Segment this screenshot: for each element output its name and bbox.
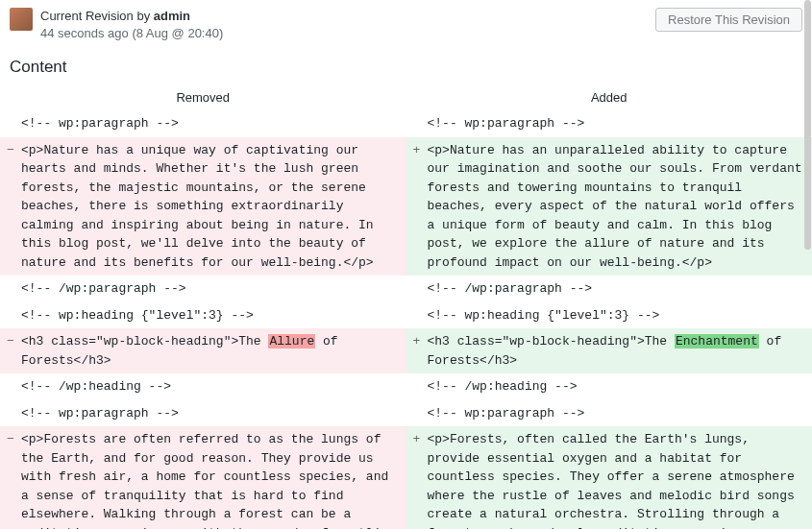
diff-right: <!-- /wp:paragraph -->: [406, 276, 813, 302]
diff-gutter-left: [4, 114, 17, 133]
diff-body-left: <p>Nature has a unique way of captivatin…: [17, 141, 399, 273]
diff-left: <!-- wp:paragraph -->: [0, 400, 406, 427]
diff-table: <!-- wp:paragraph --><!-- wp:paragraph -…: [0, 110, 812, 529]
diff-gutter-right: [410, 279, 424, 299]
diff-body-right: <p>Forests, often called the Earth's lun…: [424, 430, 805, 529]
revision-header: Current Revision by admin 44 seconds ago…: [0, 0, 812, 48]
diff-right: +<p>Forests, often called the Earth's lu…: [406, 426, 813, 529]
diff-left: −<p>Nature has a unique way of captivati…: [0, 137, 406, 277]
diff-body-left: <!-- wp:paragraph -->: [17, 114, 399, 133]
diff-row: <!-- wp:heading {"level":3} --><!-- wp:h…: [0, 302, 812, 329]
diff-left: −<h3 class="wp-block-heading">The Allure…: [0, 328, 406, 373]
diff-row: −<p>Forests are often referred to as the…: [0, 426, 812, 529]
diff-left: −<p>Forests are often referred to as the…: [0, 426, 406, 529]
diff-gutter-left: [4, 279, 17, 299]
diff-body-left: <!-- /wp:paragraph -->: [17, 279, 399, 299]
avatar: [10, 8, 33, 31]
removed-column-header: Removed: [0, 90, 406, 105]
diff-gutter-right: +: [410, 332, 424, 370]
diff-right: +<h3 class="wp-block-heading">The Enchan…: [406, 328, 813, 373]
revision-title: Current Revision by admin: [40, 8, 655, 25]
diff-right: <!-- wp:heading {"level":3} -->: [406, 302, 813, 329]
diff-body-right: <h3 class="wp-block-heading">The Enchant…: [424, 332, 805, 370]
diff-right: <!-- wp:paragraph -->: [406, 110, 813, 137]
inline-addition: Enchantment: [675, 334, 759, 349]
diff-body-left: <!-- /wp:heading -->: [17, 377, 399, 397]
scrollbar[interactable]: [804, 0, 811, 250]
diff-row: −<h3 class="wp-block-heading">The Allure…: [0, 328, 812, 373]
diff-right: <!-- wp:paragraph -->: [406, 400, 813, 427]
diff-gutter-left: [4, 306, 17, 325]
diff-body-left: <!-- wp:heading {"level":3} -->: [17, 306, 399, 325]
added-column-header: Added: [406, 90, 813, 105]
diff-body-left: <p>Forests are often referred to as the …: [17, 430, 399, 529]
diff-gutter-right: [410, 114, 424, 133]
diff-right: <!-- /wp:heading -->: [406, 373, 813, 400]
diff-gutter-right: [410, 404, 424, 423]
diff-gutter-left: [4, 377, 17, 397]
diff-columns-header: Removed Added: [0, 81, 812, 110]
diff-gutter-right: +: [410, 141, 424, 273]
diff-gutter-left: [4, 404, 17, 423]
diff-row: −<p>Nature has a unique way of captivati…: [0, 137, 812, 277]
diff-row: <!-- /wp:heading --><!-- /wp:heading -->: [0, 373, 812, 400]
diff-right: +<p>Nature has an unparalleled ability t…: [406, 137, 813, 277]
diff-left: <!-- wp:heading {"level":3} -->: [0, 302, 406, 329]
diff-body-right: <!-- wp:heading {"level":3} -->: [424, 306, 805, 325]
diff-body-right: <!-- wp:paragraph -->: [424, 114, 805, 133]
diff-left: <!-- wp:paragraph -->: [0, 110, 406, 137]
revision-timestamp: 44 seconds ago (8 Aug @ 20:40): [40, 25, 655, 42]
diff-gutter-left: −: [4, 430, 17, 529]
diff-left: <!-- /wp:heading -->: [0, 373, 406, 400]
diff-gutter-right: +: [410, 430, 424, 529]
diff-body-right: <!-- /wp:paragraph -->: [424, 279, 805, 299]
diff-row: <!-- /wp:paragraph --><!-- /wp:paragraph…: [0, 276, 812, 302]
restore-revision-button[interactable]: Restore This Revision: [655, 8, 802, 32]
revision-author: admin: [154, 9, 190, 23]
diff-row: <!-- wp:paragraph --><!-- wp:paragraph -…: [0, 400, 812, 427]
inline-deletion: Allure: [268, 334, 315, 349]
section-content-label: Content: [0, 48, 812, 77]
diff-gutter-left: −: [4, 332, 17, 370]
diff-body-right: <!-- wp:paragraph -->: [424, 404, 805, 423]
revision-title-prefix: Current Revision by: [40, 9, 154, 23]
diff-gutter-right: [410, 306, 424, 325]
diff-gutter-right: [410, 377, 424, 397]
revision-meta: Current Revision by admin 44 seconds ago…: [40, 8, 655, 42]
diff-body-right: <p>Nature has an unparalleled ability to…: [424, 141, 805, 273]
diff-body-left: <h3 class="wp-block-heading">The Allure …: [17, 332, 399, 370]
diff-row: <!-- wp:paragraph --><!-- wp:paragraph -…: [0, 110, 812, 137]
diff-body-right: <!-- /wp:heading -->: [424, 377, 805, 397]
diff-left: <!-- /wp:paragraph -->: [0, 276, 406, 302]
diff-gutter-left: −: [4, 141, 17, 273]
diff-body-left: <!-- wp:paragraph -->: [17, 404, 399, 423]
